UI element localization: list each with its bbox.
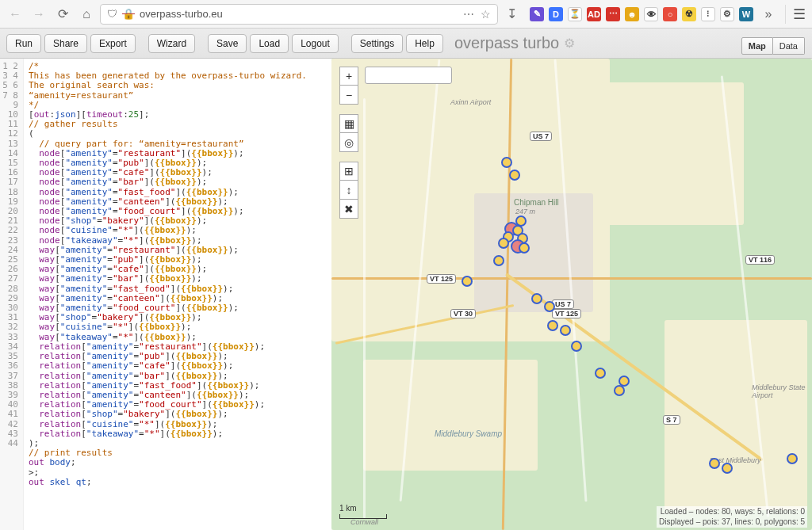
poi-marker[interactable]: [544, 301, 555, 312]
export-button[interactable]: Export: [90, 34, 136, 53]
tab-data[interactable]: Data: [773, 37, 805, 55]
zoom-to-data-button[interactable]: ▦: [339, 114, 358, 133]
road-shield: VT 116: [745, 255, 775, 265]
back-button[interactable]: ←: [5, 5, 25, 24]
status-loaded: Loaded – nodes: 80, ways: 5, relations: …: [659, 507, 805, 517]
poi-marker[interactable]: [462, 276, 473, 287]
ext-icon[interactable]: ⏳: [568, 7, 582, 21]
poi-marker[interactable]: [722, 463, 733, 474]
clear-button[interactable]: ✖: [339, 200, 358, 219]
menu-button[interactable]: ☰: [785, 5, 807, 24]
road-shield: US 7: [530, 132, 552, 141]
run-button[interactable]: Run: [6, 34, 41, 53]
home-button[interactable]: ⌂: [76, 5, 97, 24]
toggle-layers-button[interactable]: ↕: [339, 181, 358, 200]
map-label: 247 m: [515, 208, 535, 215]
code-editor[interactable]: 1 2 3 4 5 6 7 8 9 10 11 12 13 14 15 16 1…: [0, 59, 331, 530]
status-displayed: Displayed – pois: 37, lines: 0, polygons…: [659, 517, 805, 528]
map-search-input[interactable]: [365, 67, 452, 84]
poi-marker[interactable]: [531, 293, 542, 304]
ext-icon[interactable]: ⁝: [701, 7, 715, 21]
logout-button[interactable]: Logout: [292, 34, 339, 53]
zoom-in-button[interactable]: +: [339, 67, 358, 86]
url-text: overpass-turbo.eu: [140, 8, 458, 20]
poi-marker[interactable]: [509, 170, 520, 181]
ext-icon[interactable]: D: [549, 7, 563, 21]
map-scale: 1 km: [339, 504, 387, 519]
poi-marker[interactable]: [560, 325, 571, 336]
locate-button[interactable]: ◎: [339, 133, 358, 152]
poi-marker[interactable]: [709, 458, 720, 469]
poi-marker[interactable]: [595, 368, 606, 379]
help-button[interactable]: Help: [406, 34, 443, 53]
poi-marker[interactable]: [619, 376, 630, 387]
ext-icon[interactable]: 👁: [644, 7, 658, 21]
reader-icon[interactable]: ⋯: [463, 8, 474, 21]
ext-icon[interactable]: ☻: [625, 7, 639, 21]
road-shield: S 7: [663, 415, 680, 425]
zoom-controls: + −: [339, 67, 358, 105]
browser-chrome: ← → ⟳ ⌂ 🛡 🔒 overpass-turbo.eu ⋯ ☆ ↧ ✎ D …: [0, 0, 812, 29]
favorite-icon[interactable]: ☆: [481, 8, 491, 21]
reload-button[interactable]: ⟳: [52, 5, 73, 24]
view-tabs: Map Data: [741, 37, 805, 55]
security-icon: 🔒: [122, 8, 135, 20]
ext-icon[interactable]: ⚙: [720, 7, 734, 21]
poi-marker[interactable]: [614, 385, 625, 396]
map-tools-1: ▦ ◎: [339, 114, 358, 152]
app-title: overpass turbo⚙: [454, 34, 575, 52]
map-label: Axinn Airport: [450, 98, 491, 106]
ext-icon[interactable]: AD: [587, 7, 601, 21]
zoom-out-button[interactable]: −: [339, 86, 358, 105]
share-button[interactable]: Share: [44, 34, 87, 53]
url-bar[interactable]: 🛡 🔒 overpass-turbo.eu ⋯ ☆: [100, 4, 498, 25]
map-label: Chipman Hill: [514, 198, 559, 207]
ext-icon[interactable]: W: [739, 7, 753, 21]
save-button[interactable]: Save: [208, 34, 247, 53]
map-label: Cornwall: [350, 518, 378, 526]
poi-marker[interactable]: [498, 238, 509, 249]
status-bar: Loaded – nodes: 80, ways: 5, relations: …: [657, 506, 807, 528]
more-extensions-icon[interactable]: »: [758, 5, 779, 24]
ext-icon[interactable]: ☢: [682, 7, 696, 21]
extension-icons: ✎ D ⏳ AD ⋯ ☻ 👁 ○ ☢ ⁝ ⚙ W »: [530, 5, 779, 24]
map-tools-2: ⊞ ↕ ✖: [339, 162, 358, 219]
ext-icon[interactable]: ✎: [530, 7, 544, 21]
road-shield: VT 30: [450, 309, 476, 318]
gear-icon: ⚙: [564, 36, 575, 51]
shield-icon: 🛡: [107, 8, 117, 20]
tab-map[interactable]: Map: [741, 37, 773, 55]
line-gutter: 1 2 3 4 5 6 7 8 9 10 11 12 13 14 15 16 1…: [0, 59, 24, 530]
poi-marker[interactable]: [519, 242, 530, 254]
ext-icon[interactable]: ⋯: [606, 7, 620, 21]
map-label: Middlebury Swamp: [435, 429, 502, 438]
forward-button[interactable]: →: [29, 5, 49, 24]
poi-marker[interactable]: [547, 320, 558, 331]
poi-marker[interactable]: [493, 255, 504, 266]
map-label: Middlebury State Airport: [752, 383, 812, 399]
poi-marker[interactable]: [571, 341, 582, 352]
load-button[interactable]: Load: [250, 34, 289, 53]
road-shield: VT 125: [552, 309, 581, 318]
road-shield: US 7: [552, 299, 574, 309]
code-content[interactable]: /* This has been generated by the overpa…: [24, 59, 331, 530]
ext-icon[interactable]: ○: [663, 7, 677, 21]
settings-button[interactable]: Settings: [351, 34, 403, 53]
select-bbox-button[interactable]: ⊞: [339, 162, 358, 181]
poi-marker[interactable]: [787, 453, 798, 464]
wizard-button[interactable]: Wizard: [148, 34, 195, 53]
toolbar: Run Share Export Wizard Save Load Logout…: [0, 29, 812, 59]
download-icon[interactable]: ↧: [501, 5, 522, 24]
poi-marker[interactable]: [501, 157, 512, 168]
map[interactable]: US 7US 7VT 125VT 116VT 125VT 30S 7Middle…: [331, 59, 812, 530]
road-shield: VT 125: [427, 274, 456, 284]
